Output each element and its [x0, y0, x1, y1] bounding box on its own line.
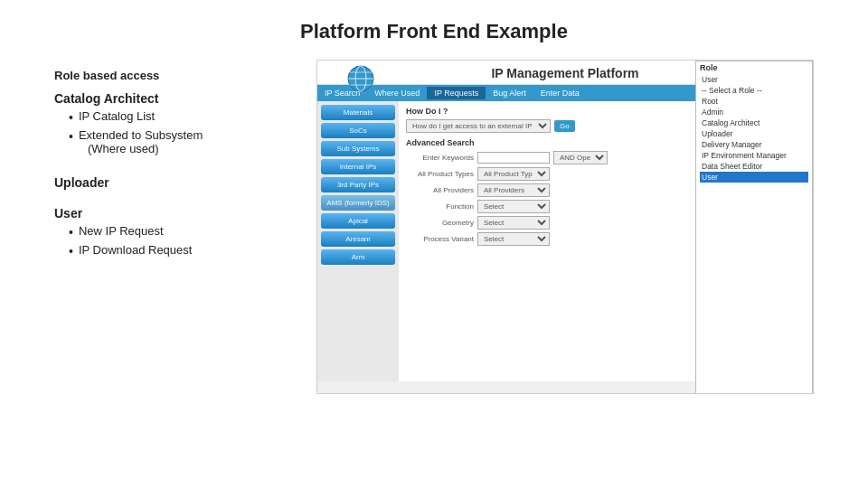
btn-sub-systems[interactable]: Sub Systems: [321, 141, 395, 156]
left-panel: Role based access Catalog Architect IP C…: [54, 60, 289, 394]
nav-enter-data[interactable]: Enter Data: [533, 87, 587, 99]
providers-select[interactable]: All Providers: [477, 183, 550, 197]
function-select[interactable]: Select: [477, 200, 550, 213]
product-types-select[interactable]: All Product Types: [477, 167, 550, 181]
role-option-admin[interactable]: Admin: [700, 107, 808, 117]
bullet-extended-subsystem: Extended to Subsystem(Where used): [69, 128, 289, 155]
globe-icon: [344, 62, 377, 95]
and-operator-select[interactable]: AND Operator: [553, 151, 608, 164]
btn-socs[interactable]: SoCs: [321, 123, 395, 138]
sidebar-buttons: Materials SoCs Sub Systems Internal IPs …: [317, 101, 399, 381]
nav-bug-alert[interactable]: Bug Alert: [486, 87, 533, 99]
role-option-ip-env-manager[interactable]: IP Environment Manager: [700, 150, 808, 161]
catalog-architect-heading: Catalog Architect: [54, 91, 289, 106]
btn-aresam[interactable]: Aresam: [321, 231, 395, 247]
btn-3rd-party-ips[interactable]: 3rd Party IPs: [321, 177, 395, 192]
nav-ip-requests[interactable]: IP Requests: [427, 87, 486, 99]
keywords-input[interactable]: [477, 152, 550, 164]
bullet-new-ip-request: New IP Request: [69, 224, 289, 240]
platform-screenshot: IP Management Platform Role User -- Sele…: [316, 60, 814, 394]
go-button[interactable]: Go: [554, 120, 575, 132]
btn-internal-ips[interactable]: Internal IPs: [321, 159, 395, 174]
user-heading: User: [54, 206, 289, 221]
geometry-select[interactable]: Select: [477, 216, 550, 230]
role-option-select[interactable]: -- Select a Role --: [700, 85, 808, 96]
btn-materials[interactable]: Materials: [321, 105, 395, 120]
process-variant-select[interactable]: Select: [477, 232, 550, 246]
role-option-user-selected[interactable]: User: [700, 172, 808, 183]
btn-apical[interactable]: Apical: [321, 213, 395, 229]
role-option-user[interactable]: User: [700, 74, 808, 85]
platform-body: Materials SoCs Sub Systems Internal IPs …: [317, 101, 813, 381]
btn-ams[interactable]: AMS (formerly IDS): [321, 195, 395, 211]
platform-title: IP Management Platform: [491, 66, 638, 80]
how-do-i-select[interactable]: How do I get access to an external IP: [406, 119, 551, 133]
role-option-catalog-architect[interactable]: Catalog Architect: [700, 117, 808, 128]
role-option-uploader[interactable]: Uploader: [700, 128, 808, 139]
role-option-root[interactable]: Root: [700, 96, 808, 107]
bullet-ip-catalog-list: IP Catalog List: [69, 109, 289, 126]
role-option-delivery-manager[interactable]: Delivery Manager: [700, 139, 808, 150]
btn-arm[interactable]: Arm: [321, 249, 395, 265]
role-dropdown-area: Role User -- Select a Role -- Root Admin…: [695, 61, 813, 394]
bullet-download-request: IP Download Request: [69, 243, 289, 259]
role-based-access-label: Role based access: [54, 69, 289, 82]
role-option-data-sheet-editor[interactable]: Data Sheet Editor: [700, 161, 808, 172]
page-title: Platform Front End Example: [0, 0, 868, 43]
uploader-heading: Uploader: [54, 175, 289, 190]
